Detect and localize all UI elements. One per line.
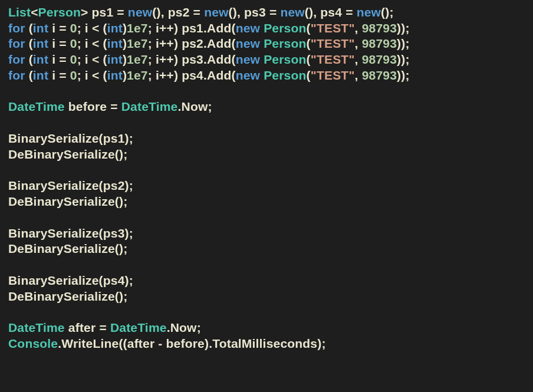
code-token: ( [231,21,235,35]
code-line: for (int i = 0; i < (int)1e7; i++) ps1.A… [8,21,525,37]
code-token: ). [205,337,212,350]
code-token: = [55,68,70,82]
code-token: DateTime [110,321,167,334]
code-token: ++) [159,21,182,35]
code-token: < ( [88,37,107,50]
code-token: ps1 [103,131,125,145]
code-token: ); [125,131,133,145]
code-token: new [236,68,260,82]
code-line: Console.WriteLine((after - before).Total… [8,336,525,352]
code-token: ( [231,52,235,66]
code-token: for [8,68,25,82]
code-token: )); [397,21,410,35]
code-line: BinarySerialize(ps3); [8,226,525,242]
code-token: ( [231,68,235,82]
code-token: int [33,21,48,35]
code-token: "TEST" [311,37,355,50]
code-token: ps1 [92,5,114,19]
code-token: new [280,5,304,19]
code-token: BinarySerialize [8,226,99,240]
code-token: WriteLine [61,337,119,350]
code-token: DeBinarySerialize [8,242,115,255]
code-line: DeBinarySerialize(); [8,241,525,257]
code-token: ++) [159,37,182,50]
code-token: Person [264,52,306,66]
code-line: for (int i = 0; i < (int)1e7; i++) ps3.A… [8,52,525,68]
code-token: after [68,321,96,334]
code-token: = [342,5,357,19]
code-token: - [154,337,166,350]
code-token: ps3 [182,52,203,66]
code-line: BinarySerialize(ps1); [8,131,525,147]
code-token: for [8,37,25,50]
code-token: ps1 [182,21,203,35]
code-token: (), [229,5,244,19]
code-token: List [8,5,31,19]
code-token: , [355,21,362,35]
code-token: Now [182,100,208,113]
code-token: after [127,337,155,350]
code-token: ; [197,321,201,334]
code-token: ( [99,179,103,192]
code-token: "TEST" [311,68,355,82]
code-token: DeBinarySerialize [8,147,115,161]
code-line: DeBinarySerialize(); [8,147,525,163]
code-token: Person [264,21,306,35]
code-line: for (int i = 0; i < (int)1e7; i++) ps4.A… [8,68,525,84]
code-token: = [55,52,70,66]
code-token: 1e7 [127,68,148,82]
code-token: (); [381,5,394,19]
blank-line [8,162,525,178]
code-token: int [107,37,123,50]
code-token: 1e7 [127,21,148,35]
blank-line [8,304,525,320]
code-line: BinarySerialize(ps2); [8,178,525,194]
code-token: ps4 [320,5,342,19]
code-token: ); [317,337,325,350]
code-token: ( [307,37,311,50]
code-token: ); [125,226,133,240]
code-token: < ( [88,21,107,35]
code-token: ; [148,37,156,50]
code-token: new [204,5,228,19]
code-token: int [33,68,48,82]
code-token: ( [99,131,103,145]
code-token: ( [231,37,235,50]
code-token: int [107,52,123,66]
code-token: = [107,100,121,113]
code-token: Console [8,337,58,350]
code-token: for [8,21,25,35]
code-token: Add [207,68,231,82]
code-token: )); [397,37,410,50]
code-token: , [355,37,362,50]
code-token: > [81,5,92,19]
code-token: new [357,5,381,19]
code-token: , [355,68,362,82]
code-line: List<Person> ps1 = new(), ps2 = new(), p… [8,5,525,21]
code-token: = [266,5,281,19]
code-token: ; [77,37,85,50]
code-token: (); [115,242,128,255]
blank-line [8,210,525,226]
code-token: ; [77,68,85,82]
code-token: TotalMilliseconds [212,337,317,350]
code-token: Add [207,21,231,35]
code-token: Now [170,321,197,334]
code-token: ( [307,52,311,66]
code-token: < [31,5,38,19]
code-token: ; [148,68,156,82]
code-token: ( [25,21,33,35]
code-token: = [55,21,70,35]
code-token: ( [25,52,33,66]
code-line: DeBinarySerialize(); [8,194,525,210]
code-token: < ( [88,68,107,82]
code-token: (( [119,337,127,350]
code-token: ( [99,274,103,287]
code-token: Add [207,37,231,50]
code-token: DateTime [8,321,65,334]
blank-line [8,257,525,273]
code-token: = [96,321,110,334]
code-token: ps2 [182,37,203,50]
code-token: int [107,68,123,82]
code-token: Person [264,68,306,82]
